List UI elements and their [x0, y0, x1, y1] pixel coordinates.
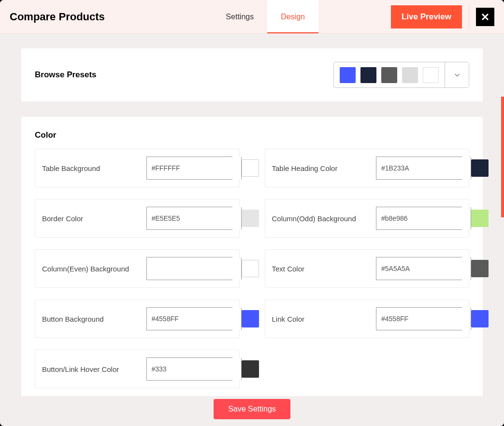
color-swatch-button[interactable]: [471, 308, 489, 330]
color-swatch: [471, 310, 489, 327]
color-field-label: Button Background: [42, 315, 104, 323]
color-field-row: Column(Odd) Background: [265, 199, 470, 238]
color-text-input[interactable]: [376, 308, 471, 330]
color-field-label: Button/Link Hover Color: [42, 365, 119, 373]
color-swatch: [471, 159, 489, 177]
modal-body: Browse Presets Color Table BackgroundTab…: [0, 34, 504, 396]
color-swatch-button[interactable]: [241, 257, 259, 280]
color-field-label: Text Color: [272, 265, 305, 273]
color-field-label: Table Background: [42, 164, 100, 172]
color-swatch: [471, 260, 489, 277]
preset-swatches: [334, 62, 445, 87]
color-swatch-button[interactable]: [471, 207, 489, 229]
presets-card: Browse Presets: [21, 48, 483, 101]
color-input: [376, 156, 462, 180]
color-field-row: Text Color: [265, 249, 470, 288]
color-swatch: [242, 260, 259, 277]
preset-dropdown-button[interactable]: [445, 62, 469, 87]
tab-bar: Settings Design: [212, 0, 318, 33]
color-field-row: Table Background: [35, 149, 240, 187]
color-swatch-button[interactable]: [241, 308, 259, 330]
color-field-label: Column(Odd) Background: [272, 214, 356, 223]
color-field-row: Column(Even) Background: [35, 249, 240, 288]
color-swatch: [242, 210, 259, 227]
color-input: [146, 357, 232, 381]
color-input: [146, 257, 232, 280]
header-actions: Live Preview: [391, 4, 494, 29]
color-text-input[interactable]: [376, 207, 471, 229]
color-swatch: [242, 360, 259, 378]
color-text-input[interactable]: [147, 358, 241, 380]
color-input: [376, 207, 462, 230]
preset-swatch: [340, 67, 356, 83]
live-preview-button[interactable]: Live Preview: [391, 5, 462, 28]
color-section-title: Color: [35, 130, 469, 140]
divider: [469, 4, 469, 29]
color-grid: Table BackgroundTable Heading ColorBorde…: [35, 149, 469, 388]
preset-selector[interactable]: [333, 62, 469, 88]
scrollbar-thumb[interactable]: [501, 97, 504, 217]
color-input: [376, 257, 462, 280]
color-text-input[interactable]: [147, 257, 241, 280]
preset-swatch: [402, 67, 418, 83]
color-field-row: Button/Link Hover Color: [35, 350, 240, 388]
color-swatch-button[interactable]: [241, 157, 259, 179]
color-input: [376, 307, 462, 330]
color-text-input[interactable]: [147, 308, 241, 330]
color-swatch-button[interactable]: [471, 157, 489, 179]
presets-label: Browse Presets: [35, 70, 97, 80]
color-input: [146, 207, 232, 230]
color-card: Color Table BackgroundTable Heading Colo…: [21, 117, 483, 396]
color-field-row: Link Color: [265, 299, 470, 338]
color-swatch: [242, 310, 259, 327]
color-field-label: Link Color: [272, 315, 305, 323]
tab-settings[interactable]: Settings: [212, 0, 267, 33]
color-swatch: [471, 210, 489, 227]
modal-title: Compare Products: [10, 11, 105, 23]
preset-swatch: [381, 67, 397, 83]
tab-design[interactable]: Design: [267, 0, 318, 33]
color-input: [146, 156, 232, 180]
color-input: [146, 307, 232, 330]
color-swatch-button[interactable]: [241, 358, 259, 380]
color-field-row: Button Background: [35, 299, 240, 338]
save-settings-button[interactable]: Save Settings: [214, 399, 290, 419]
preset-swatch: [423, 67, 439, 83]
color-field-label: Column(Even) Background: [42, 265, 129, 273]
chevron-down-icon: [454, 71, 461, 78]
color-swatch-button[interactable]: [241, 207, 259, 229]
color-text-input[interactable]: [147, 207, 241, 229]
color-text-input[interactable]: [376, 257, 471, 280]
close-icon: [481, 13, 489, 21]
color-field-label: Table Heading Color: [272, 164, 338, 172]
modal-header: Compare Products Settings Design Live Pr…: [0, 0, 504, 34]
color-field-row: Table Heading Color: [265, 149, 470, 187]
color-text-input[interactable]: [376, 157, 471, 179]
color-swatch: [242, 159, 259, 177]
preset-swatch: [360, 67, 376, 83]
color-field-label: Border Color: [42, 214, 83, 223]
color-swatch-button[interactable]: [471, 257, 489, 280]
color-text-input[interactable]: [147, 157, 241, 179]
modal-footer: Save Settings: [0, 396, 504, 426]
color-field-row: Border Color: [35, 199, 240, 238]
close-button[interactable]: [476, 8, 494, 26]
